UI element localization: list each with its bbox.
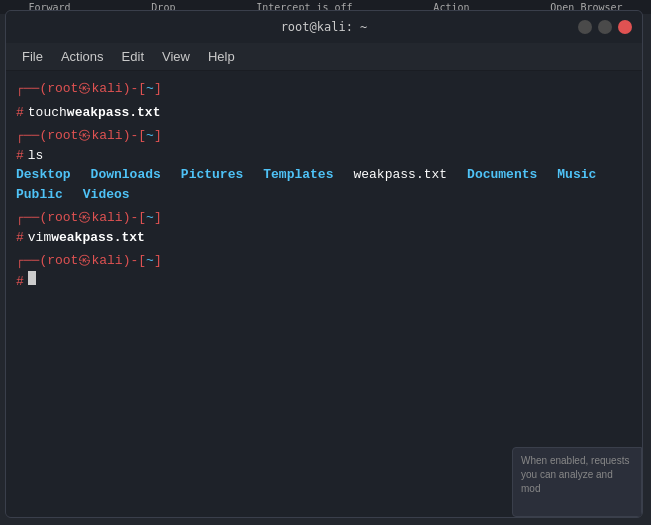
terminal-cursor — [28, 271, 36, 285]
prompt-user-1: root — [47, 79, 78, 99]
ls-item-downloads: Downloads — [91, 165, 161, 185]
cmd-touch: touch — [28, 103, 67, 123]
menu-bar: File Actions Edit View Help — [6, 43, 642, 71]
terminal-line-3: ┌──(root㉿kali)-[~] — [16, 208, 632, 228]
title-bar: root@kali: ~ — [6, 11, 642, 43]
cmd-ls: ls — [28, 146, 44, 166]
window-title: root@kali: ~ — [281, 20, 368, 34]
window-controls — [578, 20, 632, 34]
terminal-command-1: # touch weakpass.txt — [16, 103, 632, 123]
close-button[interactable] — [618, 20, 632, 34]
menu-help[interactable]: Help — [200, 46, 243, 67]
minimize-button[interactable] — [578, 20, 592, 34]
terminal-command-2: # ls — [16, 146, 632, 166]
menu-file[interactable]: File — [14, 46, 51, 67]
ls-item-templates: Templates — [263, 165, 333, 185]
menu-edit[interactable]: Edit — [114, 46, 152, 67]
terminal-window: root@kali: ~ File Actions Edit View Help… — [5, 10, 643, 518]
maximize-button[interactable] — [598, 20, 612, 34]
prompt-hash-1: # — [16, 103, 24, 123]
terminal-line-1: ┌──(root㉿kali)-[~] — [16, 79, 632, 99]
ls-item-weakpass: weakpass.txt — [353, 165, 447, 185]
ls-item-desktop: Desktop — [16, 165, 71, 185]
ls-item-public: Public — [16, 185, 63, 205]
terminal-line-4: ┌──(root㉿kali)-[~] — [16, 251, 632, 271]
menu-view[interactable]: View — [154, 46, 198, 67]
ls-item-music: Music — [557, 165, 596, 185]
terminal-command-3: # vim weakpass.txt — [16, 228, 632, 248]
cmd-vim: vim — [28, 228, 51, 248]
prompt-bracket-1: ┌──( — [16, 79, 47, 99]
terminal-line-2: ┌──(root㉿kali)-[~] — [16, 126, 632, 146]
terminal-command-4: # — [16, 271, 632, 292]
menu-actions[interactable]: Actions — [53, 46, 112, 67]
cmd-touch-arg: weakpass.txt — [67, 103, 161, 123]
ls-item-pictures: Pictures — [181, 165, 243, 185]
ls-item-videos: Videos — [83, 185, 130, 205]
ls-item-documents: Documents — [467, 165, 537, 185]
side-panel-text: When enabled, requests you can analyze a… — [521, 455, 629, 494]
ls-output: Desktop Downloads Pictures Templates wea… — [16, 165, 632, 204]
cmd-vim-arg: weakpass.txt — [51, 228, 145, 248]
side-panel-hint: When enabled, requests you can analyze a… — [512, 447, 642, 517]
